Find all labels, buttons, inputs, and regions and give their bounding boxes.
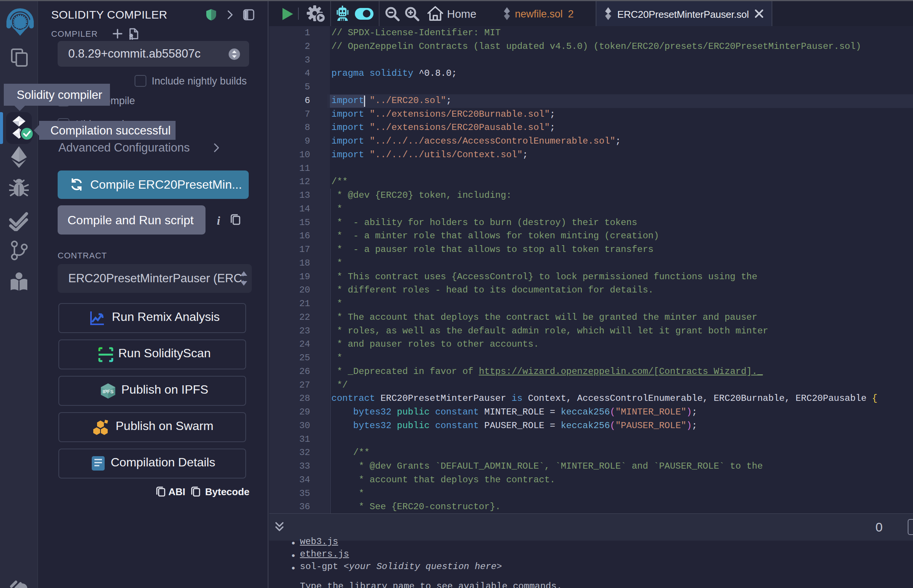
svg-text:IPFS: IPFS: [103, 389, 114, 394]
